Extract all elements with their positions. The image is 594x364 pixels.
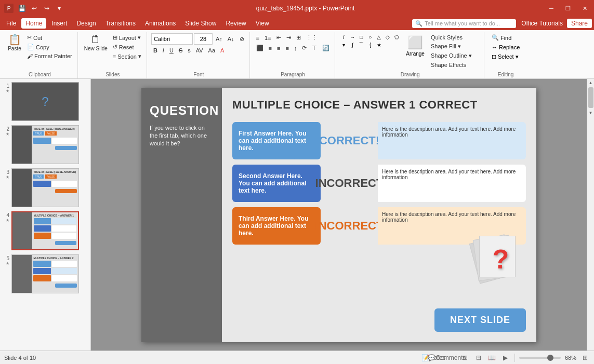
slide-sorter-button[interactable]: ⊟: [474, 353, 483, 362]
more-shapes[interactable]: ▾: [339, 41, 348, 48]
align-left-button[interactable]: ⬛: [254, 44, 266, 52]
numbering-button[interactable]: 1≡: [262, 34, 273, 42]
menu-view[interactable]: View: [252, 18, 273, 29]
app-icon: P: [4, 4, 14, 13]
arrow-shape[interactable]: →: [348, 33, 357, 41]
office-tutorials-link[interactable]: Office Tutorials: [521, 20, 563, 27]
undo-button[interactable]: ↩: [29, 3, 39, 14]
fit-to-window-button[interactable]: ⊞: [580, 353, 590, 362]
menu-slideshow[interactable]: Slide Show: [181, 18, 220, 29]
spacing-button[interactable]: AV: [194, 46, 205, 55]
strikethrough-button[interactable]: S: [177, 46, 184, 55]
line-shape[interactable]: /: [339, 33, 348, 41]
decrease-indent-button[interactable]: ⇤: [274, 33, 283, 42]
increase-indent-button[interactable]: ⇥: [284, 33, 293, 42]
cut-button[interactable]: ✂ Cut: [25, 33, 74, 42]
slide-4-thumbnail: MULTIPLE CHOICE – ANSWER 1: [11, 211, 79, 250]
decrease-font-button[interactable]: A↓: [226, 35, 236, 43]
ribbon-paragraph-group: ≡ 1≡ ⇤ ⇥ ⊞ ⋮⋮ ⬛ ≡ ≡ ≡ ↕ ⟳ ⊤ 🔄 Paragraph: [251, 32, 336, 78]
justify-button[interactable]: ≡: [283, 44, 291, 52]
line-spacing-button[interactable]: ↕: [292, 44, 299, 52]
new-slide-button[interactable]: 🗒 New Slide: [82, 33, 110, 52]
pentagon-shape[interactable]: ⬠: [392, 33, 401, 41]
answer-box-2[interactable]: Second Answer Here. You can add addition…: [232, 165, 321, 202]
font-size-input[interactable]: 28: [194, 33, 213, 45]
answer-box-1[interactable]: First Answer Here. You can add additiona…: [232, 122, 321, 159]
italic-button[interactable]: I: [161, 46, 166, 55]
menu-design[interactable]: Design: [72, 18, 100, 29]
shape-effects-button[interactable]: Shape Effects: [429, 61, 481, 69]
comments-button[interactable]: 💬 Comments: [442, 353, 452, 362]
menu-insert[interactable]: Insert: [47, 18, 71, 29]
close-button[interactable]: ✕: [579, 3, 590, 14]
minimize-button[interactable]: ─: [546, 3, 557, 14]
connector-shape[interactable]: ⌒: [357, 41, 365, 48]
scroll-thumb[interactable]: [588, 87, 593, 108]
underline-button[interactable]: U: [167, 46, 176, 55]
zoom-thumb[interactable]: [547, 355, 553, 361]
increase-font-button[interactable]: A↑: [214, 35, 225, 43]
slideshow-button[interactable]: ▶: [501, 353, 510, 362]
quick-styles-button[interactable]: Quick Styles: [429, 33, 481, 42]
font-name-input[interactable]: Calibri: [151, 33, 193, 45]
curve-shape[interactable]: ∫: [348, 41, 357, 48]
bracket-shape[interactable]: {: [366, 41, 374, 48]
diamond-shape[interactable]: ◇: [384, 33, 392, 41]
rect-shape[interactable]: □: [357, 33, 365, 41]
menu-review[interactable]: Review: [221, 18, 250, 29]
shadow-button[interactable]: s: [186, 46, 193, 55]
triangle-shape[interactable]: △: [375, 33, 383, 41]
align-right-button[interactable]: ≡: [275, 44, 282, 52]
format-painter-button[interactable]: 🖌 Format Painter: [25, 52, 74, 60]
replace-button[interactable]: ↔ Replace: [489, 43, 523, 51]
slides-col: ⊞ Layout ▾ ↺ Reset ≡ Section ▾: [111, 33, 143, 61]
star-shape[interactable]: ★: [375, 41, 383, 48]
redo-button[interactable]: ↪: [42, 3, 52, 14]
scroll-up-arrow[interactable]: ▲: [587, 79, 595, 86]
shape-fill-button[interactable]: Shape Fill ▾: [429, 42, 481, 51]
circle-shape[interactable]: ○: [366, 33, 374, 41]
save-button[interactable]: 💾: [17, 3, 27, 14]
bold-button[interactable]: B: [151, 46, 160, 55]
slides-content: 🗒 New Slide ⊞ Layout ▾ ↺ Reset ≡ Section…: [82, 33, 143, 71]
shape-outline-button[interactable]: Shape Outline ▾: [429, 51, 481, 60]
share-button[interactable]: Share: [567, 19, 592, 28]
slide-thumb-1[interactable]: 1 ★ ?: [2, 81, 88, 122]
slide-thumb-3[interactable]: 3 ★ TRUE or FALSE (FALSE ANSWER) TRUE FA…: [2, 167, 88, 208]
section-button[interactable]: ≡ Section ▾: [111, 52, 143, 61]
change-case-button[interactable]: Aa: [206, 46, 217, 55]
menu-transitions[interactable]: Transitions: [101, 18, 140, 29]
restore-button[interactable]: ❐: [563, 3, 573, 14]
text-direction-button[interactable]: ⟳: [300, 44, 309, 52]
bullets-button[interactable]: ≡: [254, 34, 261, 42]
paste-button[interactable]: 📋 Paste: [5, 33, 24, 52]
slide-thumb-2[interactable]: 2 ★ TRUE or FALSE (TRUE ANSWER) TRUE FAL…: [2, 124, 88, 165]
smart-art-button[interactable]: ⊞: [294, 33, 303, 42]
convert-smartart-button[interactable]: 🔄: [320, 44, 332, 52]
menu-home[interactable]: Home: [21, 18, 46, 29]
align-center-button[interactable]: ≡: [267, 44, 274, 52]
clear-format-button[interactable]: ⊘: [237, 35, 246, 44]
slide-thumb-4[interactable]: 4 ★ MULTIPLE CHOICE – ANSWER 1: [2, 210, 88, 251]
font-color-button[interactable]: A: [218, 46, 226, 55]
columns-button[interactable]: ⋮⋮: [304, 33, 320, 42]
select-button[interactable]: ⊡ Select ▾: [489, 52, 523, 61]
reset-button[interactable]: ↺ Reset: [111, 43, 143, 51]
slide-thumb-5[interactable]: 5 ★ MULTIPLE CHOICE – ANSWER 2: [2, 253, 88, 294]
customize-button[interactable]: ▾: [54, 3, 64, 14]
menu-animations[interactable]: Animations: [141, 18, 180, 29]
arrange-button[interactable]: ⬜ Arrange: [403, 33, 428, 59]
layout-button[interactable]: ⊞ Layout ▾: [111, 33, 143, 42]
find-button[interactable]: 🔍 Find: [489, 33, 523, 42]
reading-view-button[interactable]: 📖: [487, 353, 497, 362]
normal-view-button[interactable]: ⊞: [460, 353, 470, 362]
copy-button[interactable]: 📄 Copy: [25, 43, 74, 51]
zoom-slider[interactable]: [519, 357, 561, 359]
scroll-down-arrow[interactable]: ▼: [587, 109, 595, 116]
menu-file[interactable]: File: [2, 18, 20, 29]
align-text-button[interactable]: ⊤: [310, 44, 319, 52]
question-text: If you were to click on the first tab, w…: [150, 124, 214, 148]
search-box[interactable]: 🔍 Tell me what you want to do...: [412, 19, 516, 28]
next-slide-button[interactable]: NEXT SLIDE: [434, 308, 526, 332]
answer-box-3[interactable]: Third Answer Here. You can add additiona…: [232, 207, 321, 245]
